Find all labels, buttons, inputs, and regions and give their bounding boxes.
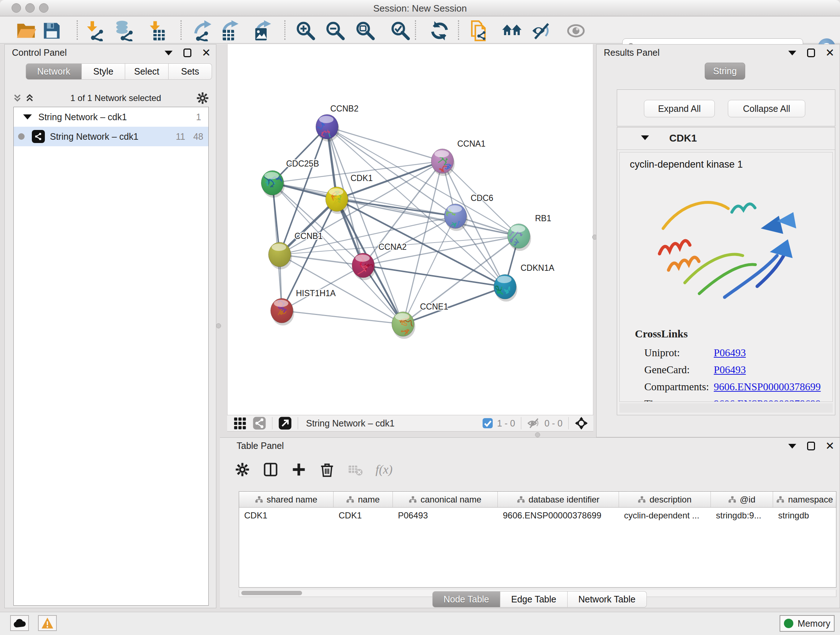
cloud-icon (13, 618, 26, 628)
hide-selected-icon[interactable] (531, 20, 552, 41)
warning-icon (41, 617, 54, 629)
expander-icon[interactable] (23, 114, 32, 119)
birds-eye-view-icon[interactable] (575, 416, 588, 430)
close-panel-icon[interactable]: ✕ (825, 48, 835, 57)
save-session-icon[interactable] (41, 20, 62, 41)
zoom-in-icon[interactable] (295, 20, 316, 41)
tab-edge-table[interactable]: Edge Table (500, 591, 568, 608)
show-columns-icon[interactable] (263, 462, 279, 478)
collapse-panel-icon[interactable] (788, 441, 797, 451)
open-session-icon[interactable] (16, 20, 36, 41)
apply-layout-icon[interactable] (429, 20, 450, 41)
detach-view-icon[interactable] (278, 416, 292, 430)
network-options-gear-icon[interactable] (196, 91, 210, 105)
network-row[interactable]: String Network – cdk1 11 48 (14, 127, 208, 146)
table-options-gear-icon[interactable] (234, 462, 250, 478)
control-panel-header: Control Panel ✕ (5, 44, 216, 60)
node-label: CCNB1 (294, 231, 323, 241)
table-cell: P06493 (393, 508, 498, 524)
hidden-eye-icon[interactable] (527, 416, 541, 430)
tab-string[interactable]: String (705, 63, 745, 80)
collapse-all-button[interactable]: Collapse All (728, 100, 805, 117)
expand-all-networks-icon[interactable] (11, 93, 24, 103)
crosslink-row: Compartments:9606.ENSP00000378699 (644, 378, 825, 395)
memory-button[interactable]: Memory (780, 615, 835, 632)
node-ccna1[interactable]: CCNA1 (431, 139, 485, 176)
import-network-file-icon[interactable] (84, 20, 104, 41)
left-splitter-handle[interactable] (216, 323, 221, 328)
network-canvas[interactable]: CCNB2CCNA1CDC25BCDK1CDC6RB1CCNB1CCNA2CDK… (227, 44, 593, 415)
crosslink-link[interactable]: P06493 (714, 347, 746, 359)
import-network-database-icon[interactable] (113, 20, 134, 41)
tab-sets[interactable]: Sets (169, 63, 212, 80)
export-image-icon[interactable] (252, 20, 273, 41)
expand-all-button[interactable]: Expand All (644, 100, 715, 117)
export-table-icon[interactable] (219, 20, 240, 41)
column-header-description[interactable]: description (619, 492, 711, 507)
edge[interactable] (282, 265, 363, 310)
column-header--id[interactable]: @id (711, 492, 773, 507)
selected-checkbox-icon[interactable] (482, 417, 493, 429)
edge[interactable] (363, 216, 455, 265)
current-network-dot (18, 133, 25, 140)
node-ccne1[interactable]: CCNE1 (392, 302, 448, 339)
column-header-namespace[interactable]: namespace (773, 492, 836, 507)
toolbar-separator (415, 20, 416, 40)
cloud-status-button[interactable] (10, 615, 29, 631)
crosslink-link[interactable]: P06493 (714, 364, 746, 376)
result-card-scrollbar[interactable] (619, 403, 833, 413)
node-cdk1[interactable]: CDK1 (325, 173, 373, 214)
collapse-entry-icon[interactable] (641, 135, 649, 140)
tab-select[interactable]: Select (125, 63, 169, 80)
node-table[interactable]: shared namenamecanonical namedatabase id… (239, 491, 836, 587)
collapse-panel-icon[interactable] (164, 48, 173, 57)
scrollbar-thumb[interactable] (241, 591, 302, 595)
crosslinks-list: Uniprot:P06493GeneCard:P06493Compartment… (644, 344, 825, 402)
network-view-icon[interactable] (253, 416, 266, 430)
column-header-shared-name[interactable]: shared name (239, 492, 333, 507)
import-table-icon[interactable] (147, 20, 168, 41)
node-label: CCNE1 (420, 302, 448, 311)
warnings-button[interactable] (38, 615, 57, 631)
function-builder-icon: f(x) (376, 463, 393, 477)
float-panel-icon[interactable] (183, 48, 192, 57)
zoom-selected-icon[interactable] (390, 20, 411, 41)
delete-column-icon[interactable] (319, 462, 335, 478)
first-neighbors-icon[interactable] (501, 20, 523, 41)
zoom-out-icon[interactable] (325, 20, 346, 41)
bottom-splitter-handle[interactable] (535, 432, 540, 437)
tab-node-table[interactable]: Node Table (432, 591, 500, 608)
crosslink-link[interactable]: 9606.ENSP00000378699 (714, 398, 821, 402)
tab-network-table[interactable]: Network Table (568, 591, 647, 608)
toolbar-separator (298, 417, 298, 429)
table-row[interactable]: CDK1CDK1P064939606.ENSP00000378699cyclin… (239, 508, 836, 524)
crosslink-link[interactable]: 9606.ENSP00000378699 (714, 381, 821, 393)
edge[interactable] (282, 310, 403, 324)
column-header-name[interactable]: name (333, 492, 393, 507)
close-panel-icon[interactable]: ✕ (202, 48, 211, 57)
collapse-panel-icon[interactable] (788, 48, 797, 57)
float-panel-icon[interactable] (806, 441, 816, 451)
control-panel-tabs: NetworkStyleSelectSets (26, 63, 212, 80)
edge[interactable] (279, 255, 363, 265)
show-all-icon[interactable] (565, 20, 586, 41)
grid-view-icon[interactable] (233, 416, 247, 430)
clone-network-icon[interactable] (469, 20, 490, 41)
zoom-fit-icon[interactable] (355, 20, 376, 41)
node-ccnb2[interactable]: CCNB2 (313, 104, 358, 145)
edge[interactable] (327, 127, 442, 161)
column-header-canonical-name[interactable]: canonical name (393, 492, 498, 507)
float-panel-icon[interactable] (806, 48, 816, 57)
edge[interactable] (327, 127, 403, 324)
close-panel-icon[interactable]: ✕ (825, 441, 835, 451)
network-collection-row[interactable]: String Network – cdk1 1 (14, 107, 208, 127)
column-header-database-identifier[interactable]: database identifier (498, 492, 619, 507)
add-column-icon[interactable] (291, 462, 307, 478)
window-title: Session: New Session (0, 3, 840, 14)
export-network-icon[interactable] (192, 20, 213, 41)
tab-network[interactable]: Network (26, 63, 82, 80)
tab-style[interactable]: Style (82, 63, 125, 80)
network-graph[interactable]: CCNB2CCNA1CDC25BCDK1CDC6RB1CCNB1CCNA2CDK… (227, 44, 593, 414)
collapse-all-networks-icon[interactable] (24, 93, 36, 103)
result-card-header[interactable]: CDK1 (617, 127, 835, 150)
